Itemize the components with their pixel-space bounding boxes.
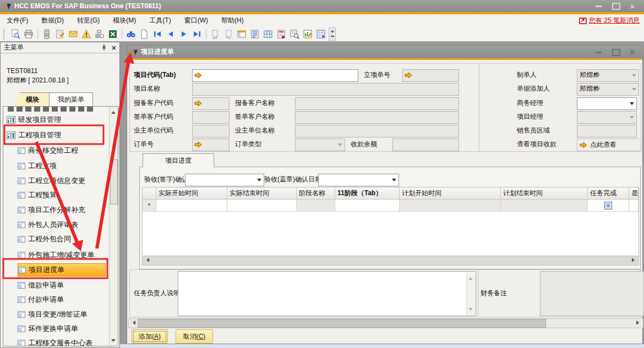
menu-modules[interactable]: 模块(M): [106, 14, 143, 27]
seal-date-select[interactable]: [318, 174, 399, 186]
sidebar-item-bad-part-replacement[interactable]: 坏件更换申请单: [18, 323, 78, 335]
dialog-hscrollbar[interactable]: [128, 318, 643, 328]
task-done-checkbox[interactable]: [604, 202, 612, 209]
scroll-right-icon[interactable]: [630, 256, 638, 264]
chart-edit-icon[interactable]: [302, 29, 313, 40]
scroll-right-icon[interactable]: [635, 319, 643, 327]
sidebar-item-rnd-project-mgmt[interactable]: 研发项目管理: [7, 114, 61, 126]
report-list-icon[interactable]: [249, 29, 260, 40]
toolbar-grip[interactable]: [3, 29, 6, 39]
notes-textarea[interactable]: [178, 271, 476, 316]
sidebar-item-project-change[interactable]: 项目变更/增签证单: [18, 308, 88, 321]
cell-planned-start[interactable]: [400, 200, 501, 212]
app-minimize-button[interactable]: [592, 2, 604, 10]
cancel-button[interactable]: 取消(C): [176, 329, 213, 344]
app-maximize-button[interactable]: [610, 2, 622, 10]
sidebar-item-payment-request[interactable]: 付款申请单: [18, 294, 64, 306]
col-actual-end[interactable]: 实际结束时间: [227, 187, 297, 200]
cell-stage-11[interactable]: [335, 200, 400, 212]
cell-planned-end[interactable]: [501, 200, 588, 212]
approval-no-field[interactable]: [402, 69, 459, 82]
sidebar-item-eng-project-mgmt[interactable]: 工程项目管理: [7, 129, 61, 141]
sign-cust-name-field[interactable]: [295, 111, 459, 124]
scroll-down-icon[interactable]: [467, 306, 474, 314]
col-planned-start[interactable]: 计划开始时间: [400, 187, 501, 200]
cell-task-done[interactable]: [588, 200, 629, 212]
sidebar-item-clipped[interactable]: [8, 107, 96, 112]
sidebar-item-eng-initiation[interactable]: 工程立项: [18, 160, 57, 172]
menu-goto[interactable]: 转至(G): [70, 14, 106, 27]
tree-scrollbar[interactable]: [109, 107, 118, 346]
owner-name-field[interactable]: [295, 125, 459, 137]
report-cust-name-field[interactable]: [295, 97, 459, 110]
print-preview-icon[interactable]: [10, 29, 21, 40]
menu-data[interactable]: 数据(D): [35, 14, 70, 27]
dialog-close-button[interactable]: ×: [626, 48, 639, 57]
view-receipt-link[interactable]: 点此查看: [577, 139, 641, 151]
report-cust-code-field[interactable]: [192, 97, 230, 110]
project-name-field[interactable]: [192, 83, 459, 96]
menu-help[interactable]: 帮助(H): [215, 14, 250, 27]
cell-actual-end[interactable]: [227, 200, 297, 212]
sidebar-item-wbs-supplement[interactable]: 项目工作分解补充: [18, 204, 85, 216]
link-arrow-icon[interactable]: [194, 141, 202, 148]
dialog-minimize-button[interactable]: [592, 48, 605, 57]
scroll-left-icon[interactable]: [143, 256, 151, 264]
cell-actual-start[interactable]: [156, 200, 227, 212]
blocks-icon[interactable]: [94, 29, 105, 40]
tab-modules[interactable]: 模块: [15, 92, 50, 107]
print-icon[interactable]: [23, 29, 34, 40]
col-stage-11-tab[interactable]: 11阶段（Tab）: [335, 187, 400, 200]
query-wizard-icon[interactable]: [289, 29, 300, 40]
dialog-hscroll-thumb[interactable]: [138, 319, 546, 328]
sidebar-item-outsource-change-order[interactable]: 外包施工增/减变更单: [18, 249, 95, 261]
balance-field[interactable]: [392, 139, 459, 151]
new-document-icon[interactable]: [139, 29, 150, 40]
panel-close-icon[interactable]: ×: [112, 44, 116, 52]
next-record-icon[interactable]: [178, 29, 189, 40]
pin-icon[interactable]: [101, 45, 107, 51]
sidebar-item-outsource-staff-review[interactable]: 外包人员评审表: [18, 219, 78, 231]
tree-scroll-thumb[interactable]: [110, 159, 118, 205]
toolbar-overflow-button[interactable]: [329, 27, 336, 41]
table-hscrollbar[interactable]: [142, 256, 639, 266]
finance-notes-field[interactable]: [540, 271, 644, 316]
col-row-selector[interactable]: [143, 187, 156, 200]
find-icon[interactable]: [125, 29, 137, 40]
proj-manager-select[interactable]: [577, 111, 637, 124]
link-arrow-icon[interactable]: [194, 72, 202, 79]
link-arrow-icon[interactable]: [194, 100, 202, 107]
sidebar-item-project-progress[interactable]: 项目进度单: [18, 263, 106, 277]
first-record-icon[interactable]: [152, 29, 163, 40]
journal-icon[interactable]: [54, 29, 66, 40]
sales-area-field[interactable]: [577, 125, 637, 137]
doc-adder-select[interactable]: 郑熠桦: [577, 83, 639, 96]
link-arrow-icon[interactable]: [405, 72, 412, 79]
form-layout-icon[interactable]: [236, 29, 247, 40]
table-view-icon[interactable]: [263, 29, 274, 40]
alert-icon[interactable]: [81, 29, 92, 40]
order-type-select[interactable]: [295, 139, 345, 151]
sidebar-item-loan-request[interactable]: 借款申请单: [18, 279, 64, 291]
scroll-up-icon[interactable]: [467, 273, 474, 281]
scroll-down-icon[interactable]: [110, 338, 117, 345]
app-close-button[interactable]: ×: [626, 2, 638, 10]
textarea-scrollbar[interactable]: [466, 272, 475, 315]
cell-stage-name[interactable]: [297, 200, 335, 212]
last-record-icon[interactable]: [192, 29, 203, 40]
add-button[interactable]: 添加(A): [132, 329, 168, 344]
col-task-done[interactable]: 任务完成: [588, 187, 629, 200]
menu-tools[interactable]: 工具(T): [143, 14, 177, 27]
project-code-input[interactable]: [192, 69, 358, 82]
cell-clipped[interactable]: [629, 200, 638, 212]
sidebar-item-eng-handover-service[interactable]: 工程移交服务中心表: [18, 337, 92, 346]
sidebar-item-biz-handover[interactable]: 商务移交给工程: [18, 145, 78, 157]
scroll-up-icon[interactable]: [110, 107, 117, 115]
scroll-left-icon[interactable]: [129, 319, 137, 327]
sidebar-item-eng-initiation-change[interactable]: 工程立项信息变更: [18, 175, 85, 187]
col-actual-start[interactable]: 实际开始时间: [156, 187, 227, 200]
previous-record-icon[interactable]: [165, 29, 176, 40]
dialog-maximize-button[interactable]: [609, 48, 623, 57]
sign-cust-code-field[interactable]: [192, 111, 230, 124]
col-planned-end[interactable]: 计划结束时间: [501, 187, 588, 200]
